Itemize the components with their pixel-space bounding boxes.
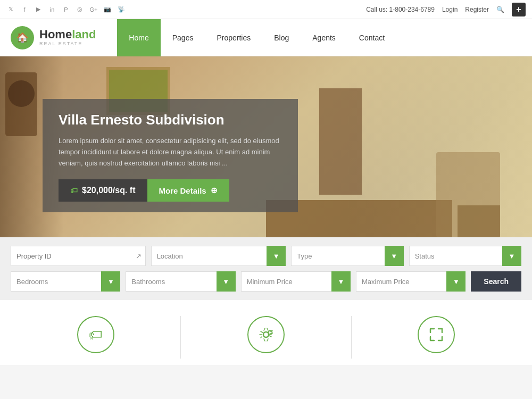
tag-feature-icon: 🏷	[77, 316, 114, 353]
register-link[interactable]: Register	[465, 6, 489, 13]
rss-icon[interactable]: 📡	[117, 5, 126, 14]
gplus-icon[interactable]: G+	[89, 5, 98, 14]
bedrooms-field: Bedrooms ▼	[11, 271, 120, 292]
feature-tag: 🏷	[11, 316, 180, 360]
status-select[interactable]: Status	[409, 246, 521, 266]
tag-icon: 🏷	[70, 186, 78, 195]
search-top-icon[interactable]: 🔍	[496, 6, 504, 13]
logo-home: Home	[39, 28, 72, 41]
login-link[interactable]: Login	[442, 6, 458, 13]
linkedin-icon[interactable]: in	[48, 5, 56, 14]
top-bar: 𝕏 f ▶ in P ◎ G+ 📷 📡 Call us: 1-800-234-6…	[0, 0, 532, 19]
min-price-field: Minimum Price ▼	[241, 271, 351, 292]
logo-land: land	[72, 28, 96, 41]
price-tag: 🏷 $20,000/sq. ft	[59, 179, 147, 202]
instagram-icon[interactable]: 📷	[103, 5, 112, 14]
phone-label: Call us: 1-800-234-6789	[366, 6, 435, 13]
bedrooms-select[interactable]: Bedrooms	[11, 271, 120, 292]
nav-items: Home Pages Properties Blog Agents Contac…	[117, 19, 396, 56]
search-button[interactable]: Search	[471, 271, 521, 292]
search-row-1: ↗ Location ▼ Type ▼ Status ▼	[11, 246, 521, 266]
logo-text: Homeland REAL ESTATE	[39, 28, 96, 46]
type-field: Type ▼	[291, 246, 403, 266]
hero-title: Villa Ernesto Subdivision	[59, 112, 282, 128]
svg-point-8	[263, 332, 269, 337]
youtube-icon[interactable]: ▶	[34, 5, 43, 14]
logo: 🏠 Homeland REAL ESTATE	[11, 26, 96, 49]
logo-wordmark: Homeland	[39, 28, 96, 41]
plus-button[interactable]: +	[512, 3, 526, 16]
search-row-2: Bedrooms ▼ Bathrooms ▼ Minimum Price ▼ M…	[11, 271, 521, 292]
top-bar-right: Call us: 1-800-234-6789 Login Register 🔍…	[366, 3, 526, 16]
gear-feature-icon	[247, 316, 285, 353]
status-field: Status ▼	[409, 246, 521, 266]
nav-properties[interactable]: Properties	[205, 19, 262, 56]
twitter-icon[interactable]: 𝕏	[6, 5, 15, 14]
nav-blog[interactable]: Blog	[262, 19, 301, 56]
type-select[interactable]: Type	[291, 246, 403, 266]
logo-subtitle: REAL ESTATE	[39, 41, 96, 47]
min-price-select[interactable]: Minimum Price	[241, 271, 351, 292]
location-field: Location ▼	[151, 246, 286, 266]
hero-right-light	[346, 56, 532, 237]
more-details-button[interactable]: More Details ⊕	[147, 179, 229, 202]
navbar: 🏠 Homeland REAL ESTATE Home Pages Proper…	[0, 19, 532, 56]
property-id-icon: ↗	[136, 252, 142, 260]
location-select[interactable]: Location	[151, 246, 286, 266]
bathrooms-field: Bathrooms ▼	[126, 271, 235, 292]
hero-cta: 🏷 $20,000/sq. ft More Details ⊕	[59, 179, 282, 202]
nav-pages[interactable]: Pages	[161, 19, 205, 56]
nav-contact[interactable]: Contact	[347, 19, 396, 56]
expand-feature-icon	[418, 316, 455, 353]
features-section: 🏷	[0, 300, 532, 365]
hero-content: Villa Ernesto Subdivision Lorem ipsum do…	[43, 99, 298, 212]
nav-agents[interactable]: Agents	[301, 19, 347, 56]
max-price-field: Maximum Price ▼	[356, 271, 466, 292]
hero-description: Lorem ipsum dolor sit amet, consectetur …	[59, 136, 282, 169]
logo-icon: 🏠	[11, 26, 34, 49]
search-section: ↗ Location ▼ Type ▼ Status ▼ Bedrooms ▼	[0, 237, 532, 300]
facebook-icon[interactable]: f	[20, 5, 29, 14]
nav-home[interactable]: Home	[117, 19, 160, 56]
feature-expand	[352, 316, 521, 360]
feature-gear	[181, 316, 351, 360]
price-value: $20,000/sq. ft	[82, 186, 136, 195]
bathrooms-select[interactable]: Bathrooms	[126, 271, 235, 292]
hero-section: Villa Ernesto Subdivision Lorem ipsum do…	[0, 56, 532, 237]
property-id-input[interactable]	[11, 246, 146, 266]
plus-circle-icon: ⊕	[211, 186, 218, 195]
max-price-select[interactable]: Maximum Price	[356, 271, 466, 292]
pinterest-icon[interactable]: P	[62, 5, 70, 14]
property-id-field: ↗	[11, 246, 146, 266]
social-links: 𝕏 f ▶ in P ◎ G+ 📷 📡	[6, 5, 126, 14]
dribbble-icon[interactable]: ◎	[76, 5, 84, 14]
